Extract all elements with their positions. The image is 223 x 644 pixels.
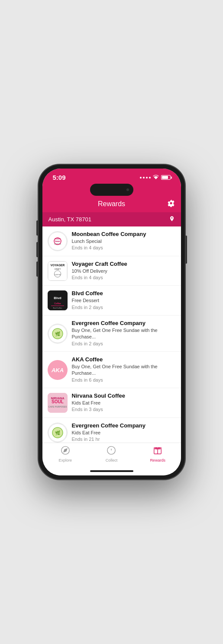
svg-text:SOUL: SOUL bbox=[52, 399, 64, 404]
phone-screen: 5:09 bbox=[42, 169, 181, 475]
settings-icon[interactable] bbox=[167, 199, 175, 209]
list-item[interactable]: NIRVANA SOUL CAFE PURPOSES Nirvana Soul … bbox=[42, 388, 181, 418]
reward-name: Evergreen Coffee Company bbox=[72, 422, 176, 430]
status-time: 5:09 bbox=[53, 174, 66, 181]
wifi-icon bbox=[153, 175, 159, 181]
reward-info: AKA Coffee Buy One, Get One Free Sundae … bbox=[72, 356, 176, 383]
svg-text:VOYAGER: VOYAGER bbox=[50, 264, 65, 267]
reward-info: Evergreen Coffee Company Buy One, Get On… bbox=[72, 320, 176, 347]
reward-expiry: Ends in 4 days bbox=[72, 245, 176, 251]
reward-deal: Buy One, Get One Free Sundae with the Pu… bbox=[72, 327, 176, 341]
location-text: Austin, TX 78701 bbox=[48, 216, 92, 223]
rewards-icon bbox=[153, 446, 162, 457]
home-bar bbox=[90, 470, 133, 472]
list-item[interactable]: Blvd Coffee Red Coffee Blvd Coffee Free … bbox=[42, 286, 181, 316]
reward-expiry: Ends in 2 days bbox=[72, 341, 176, 347]
reward-deal: Free Dessert bbox=[72, 297, 176, 304]
nav-title: Rewards bbox=[98, 200, 125, 208]
reward-name: Evergreen Coffee Company bbox=[72, 320, 176, 327]
tab-rewards[interactable]: Rewards bbox=[145, 446, 171, 462]
list-item[interactable]: VOYAGER CRAFT COFFEE Voyager Craft Coffe… bbox=[42, 256, 181, 286]
tab-rewards-label: Rewards bbox=[150, 458, 165, 462]
battery-icon bbox=[161, 175, 171, 180]
reward-logo-voyager: VOYAGER CRAFT COFFEE bbox=[48, 261, 68, 281]
svg-text:CAFE PURPOSES: CAFE PURPOSES bbox=[48, 405, 67, 408]
list-item[interactable]: 🌿 Evergreen Coffee Company Kids Eat Free… bbox=[42, 418, 181, 443]
status-icons bbox=[140, 175, 171, 181]
svg-text:CRAFT: CRAFT bbox=[54, 268, 61, 270]
reward-deal: Kids Eat Free bbox=[72, 400, 176, 406]
reward-name: Blvd Coffee bbox=[72, 290, 176, 297]
phone-device: 5:09 bbox=[38, 164, 185, 480]
tab-collect-label: Collect bbox=[106, 458, 118, 462]
reward-info: Moonbean Coffee Company Lunch Special En… bbox=[72, 231, 176, 252]
signal-icon bbox=[140, 177, 151, 179]
rewards-list: moon bean COFFEE Moonbean Coffee Company… bbox=[42, 226, 181, 443]
svg-rect-13 bbox=[51, 306, 64, 306]
explore-icon bbox=[61, 446, 70, 457]
reward-logo-blvd: Blvd Coffee Red Coffee bbox=[48, 290, 68, 310]
reward-logo-moonbean: moon bean COFFEE bbox=[48, 231, 68, 251]
status-bar: 5:09 bbox=[42, 169, 181, 184]
tab-bar: Explore Collect bbox=[42, 443, 181, 469]
reward-logo-nirvana: NIRVANA SOUL CAFE PURPOSES bbox=[48, 393, 68, 413]
reward-expiry: Ends in 6 days bbox=[72, 377, 176, 383]
island-camera bbox=[126, 188, 129, 191]
reward-logo-evergreen: 🌿 bbox=[48, 324, 68, 344]
reward-logo-evergreen2: 🌿 bbox=[48, 423, 68, 443]
reward-deal: 10% Off Delivery bbox=[72, 268, 176, 274]
location-arrow-icon bbox=[169, 216, 175, 223]
reward-info: Blvd Coffee Free Dessert Ends in 2 days bbox=[72, 290, 176, 311]
reward-deal: Lunch Special bbox=[72, 238, 176, 245]
reward-info: Voyager Craft Coffee 10% Off Delivery En… bbox=[72, 261, 176, 281]
reward-name: Voyager Craft Coffee bbox=[72, 261, 176, 268]
svg-marker-45 bbox=[64, 449, 67, 452]
reward-name: Nirvana Soul Coffee bbox=[72, 392, 176, 400]
svg-text:bean: bean bbox=[55, 240, 60, 242]
tab-explore-label: Explore bbox=[59, 458, 72, 462]
reward-expiry: Ends in 21 hr bbox=[72, 436, 176, 443]
svg-text:Coffee: Coffee bbox=[54, 302, 61, 305]
nav-header: Rewards bbox=[42, 198, 181, 212]
svg-text:AKA: AKA bbox=[51, 367, 63, 373]
dynamic-island bbox=[42, 184, 181, 198]
svg-text:🌿: 🌿 bbox=[55, 331, 61, 337]
phone-frame: 5:09 bbox=[38, 164, 185, 480]
svg-text:🌿: 🌿 bbox=[55, 430, 61, 436]
tab-collect[interactable]: Collect bbox=[98, 446, 124, 462]
reward-info: Nirvana Soul Coffee Kids Eat Free Ends i… bbox=[72, 392, 176, 413]
list-item[interactable]: 🌿 Evergreen Coffee Company Buy One, Get … bbox=[42, 316, 181, 352]
reward-expiry: Ends in 2 days bbox=[72, 304, 176, 311]
svg-text:COFFEE: COFFEE bbox=[54, 274, 61, 275]
reward-name: AKA Coffee bbox=[72, 356, 176, 363]
reward-logo-aka: AKA bbox=[48, 360, 68, 380]
reward-info: Evergreen Coffee Company Kids Eat Free E… bbox=[72, 422, 176, 443]
list-item[interactable]: moon bean COFFEE Moonbean Coffee Company… bbox=[42, 226, 181, 256]
island-pill bbox=[90, 184, 133, 196]
reward-deal: Buy One, Get One Free Sundae with the Pu… bbox=[72, 363, 176, 377]
svg-text:Red Coffee: Red Coffee bbox=[53, 307, 62, 309]
home-indicator bbox=[42, 469, 181, 475]
reward-deal: Kids Eat Free bbox=[72, 430, 176, 436]
reward-name: Moonbean Coffee Company bbox=[72, 231, 176, 238]
location-bar[interactable]: Austin, TX 78701 bbox=[42, 212, 181, 226]
reward-expiry: Ends in 3 days bbox=[72, 406, 176, 413]
collect-icon bbox=[107, 446, 116, 457]
tab-explore[interactable]: Explore bbox=[52, 446, 78, 462]
svg-text:Blvd: Blvd bbox=[54, 296, 61, 300]
list-item[interactable]: AKA AKA Coffee Buy One, Get One Free Sun… bbox=[42, 352, 181, 388]
reward-expiry: Ends in 4 days bbox=[72, 274, 176, 281]
